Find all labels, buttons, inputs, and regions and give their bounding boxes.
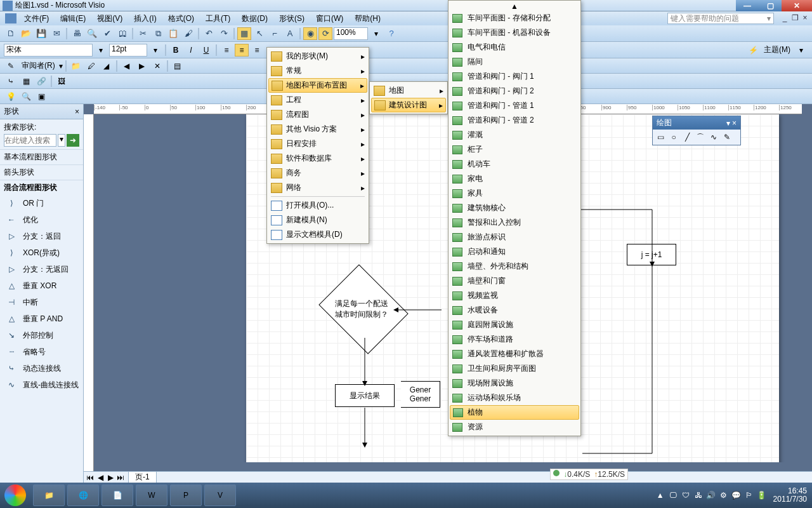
shapes-panel-close[interactable]: ×: [75, 107, 79, 116]
menu-item[interactable]: 地图▸: [371, 83, 446, 98]
doc-minimize-button[interactable]: _: [780, 13, 789, 22]
stencil-menu-item[interactable]: 现场附属设施: [450, 376, 579, 391]
category-basic-flowchart[interactable]: 基本流程图形状: [0, 149, 83, 164]
menu-item[interactable]: 日程安排▸: [268, 137, 367, 151]
category-mixed-flowchart[interactable]: 混合流程图形状: [0, 180, 83, 195]
size-dropdown[interactable]: ▾: [148, 44, 162, 57]
stencil-menu-item[interactable]: 家具: [450, 186, 579, 201]
autoconnect-button[interactable]: ◉: [303, 27, 317, 40]
menu-help[interactable]: 帮助(H): [351, 12, 384, 25]
taskbar-pinned-app[interactable]: 📄: [102, 485, 133, 506]
tray-icon[interactable]: ▲: [655, 490, 665, 500]
pen-button[interactable]: 🖊: [84, 60, 98, 72]
stencil-menu-item[interactable]: 卫生间和厨房平面图: [450, 361, 579, 376]
menu-window[interactable]: 窗口(W): [312, 12, 347, 25]
start-button[interactable]: [0, 483, 30, 508]
document-control-icon[interactable]: [5, 13, 16, 23]
undo-button[interactable]: ↶: [202, 27, 216, 40]
maximize-button[interactable]: ▢: [759, 0, 782, 11]
draw-tool[interactable]: ○: [668, 131, 679, 143]
stencil-menu-item[interactable]: 视频监视: [450, 288, 579, 303]
stencil-menu-item[interactable]: 植物: [450, 405, 579, 420]
zoom-dropdown[interactable]: ▾: [369, 27, 383, 40]
draw-tool[interactable]: ⌒: [695, 131, 706, 143]
drawing-tools-dropdown[interactable]: ▾: [726, 119, 730, 128]
category-arrows[interactable]: 箭头形状: [0, 164, 83, 180]
drawing-tools-close[interactable]: ×: [732, 119, 737, 128]
print-button[interactable]: 🖶: [70, 27, 84, 40]
drawing-tools-panel[interactable]: 绘图▾ × ▭○╱⌒∿✎: [652, 116, 741, 145]
draw-tool[interactable]: ╱: [681, 131, 693, 143]
connector-tool-button[interactable]: ⌐: [268, 27, 282, 40]
shape-item[interactable]: ∿直线-曲线连接线: [0, 377, 83, 393]
menu-item[interactable]: 建筑设计图▸: [371, 98, 446, 112]
menu-item[interactable]: 地图和平面布置图▸: [268, 78, 367, 93]
stencil-menu-item[interactable]: 车间平面图 - 存储和分配: [450, 11, 579, 25]
align-left-button[interactable]: ≡: [219, 44, 233, 57]
menu-item[interactable]: 显示文档模具(D): [268, 227, 367, 242]
stencil-menu-item[interactable]: 建筑物核心: [450, 201, 579, 215]
doc-close-button[interactable]: ×: [801, 13, 809, 22]
shape-item[interactable]: ←优化: [0, 211, 83, 228]
menu-item[interactable]: 常规▸: [268, 64, 367, 78]
taskbar-pinned-app[interactable]: P: [170, 485, 202, 506]
save-button[interactable]: 💾: [34, 27, 48, 40]
tray-icon[interactable]: ⚙: [719, 490, 729, 500]
page-last-button[interactable]: ⏭: [115, 473, 126, 482]
next-comment-button[interactable]: ▶: [135, 60, 149, 72]
search-go-button[interactable]: ➜: [67, 134, 79, 147]
stencil-menu-item[interactable]: 庭园附属设施: [450, 318, 579, 332]
stencil-menu-item[interactable]: 管道和阀门 - 阀门 2: [450, 84, 579, 98]
stencil-menu-item[interactable]: 柜子: [450, 142, 579, 157]
menu-item[interactable]: 商务▸: [268, 166, 367, 180]
mail-button[interactable]: ✉: [49, 27, 63, 40]
redo-button[interactable]: ↷: [217, 27, 231, 40]
font-combo[interactable]: 宋体: [4, 44, 93, 57]
stencil-menu-item[interactable]: 机动车: [450, 157, 579, 171]
image-button[interactable]: 🖼: [55, 75, 69, 88]
align-right-button[interactable]: ≡: [250, 44, 264, 57]
tray-icon[interactable]: 🖵: [668, 490, 678, 500]
shape-item[interactable]: ↘外部控制: [0, 327, 83, 344]
search-shapes-input[interactable]: [4, 134, 56, 147]
shapes-window-button[interactable]: ▦: [237, 27, 251, 40]
menu-format[interactable]: 格式(O): [164, 12, 198, 25]
taskbar-pinned-app[interactable]: V: [204, 485, 236, 506]
stencil-menu-item[interactable]: 隔间: [450, 55, 579, 69]
align-center-button[interactable]: ≡: [235, 44, 249, 57]
taskbar-pinned-app[interactable]: W: [136, 485, 167, 506]
tray-icon[interactable]: 🏳: [744, 490, 754, 500]
draw-tool[interactable]: ▭: [655, 131, 666, 143]
clock[interactable]: 16:45 2011/7/30: [773, 487, 807, 504]
menu-item[interactable]: 其他 Visio 方案▸: [268, 122, 367, 137]
stencil-menu-item[interactable]: 旅游点标识: [450, 230, 579, 244]
copy-button[interactable]: ⧉: [151, 27, 165, 40]
theme-label[interactable]: 主题(M): [761, 44, 793, 55]
autocorrect-button[interactable]: ⚡: [746, 44, 760, 57]
zoom-combo[interactable]: 100%: [334, 27, 368, 40]
search-shapes-button[interactable]: 🔍: [19, 90, 33, 103]
format-painter-button[interactable]: 🖌: [181, 27, 195, 40]
stencil-menu-item[interactable]: 停车场和道路: [450, 332, 579, 347]
highlight-button[interactable]: ◢: [100, 60, 114, 72]
menu-tools[interactable]: 工具(T): [202, 12, 234, 25]
minimize-button[interactable]: —: [736, 0, 759, 11]
menu-item[interactable]: 新建模具(N): [268, 213, 367, 227]
menu-shape[interactable]: 形状(S): [275, 12, 308, 25]
flowchart-process-result[interactable]: 显示结果: [335, 384, 395, 407]
pointer-tool-button[interactable]: ↖: [252, 27, 266, 40]
taskbar-pinned-app[interactable]: 📁: [33, 485, 65, 506]
draw-tool[interactable]: ∿: [708, 131, 719, 143]
stencil-menu-item[interactable]: 管道和阀门 - 阀门 1: [450, 69, 579, 84]
nav-button[interactable]: ▣: [34, 90, 48, 103]
stencil-menu-item[interactable]: 电气和电信: [450, 40, 579, 55]
underline-button[interactable]: U: [199, 44, 213, 57]
text-tool-button[interactable]: A: [283, 27, 297, 40]
taskbar-pinned-app[interactable]: 🌐: [67, 485, 99, 506]
stencil-menu-item[interactable]: 运动场和娱乐场: [450, 391, 579, 405]
track-changes-button[interactable]: ▤: [171, 60, 185, 72]
menu-view[interactable]: 视图(V): [93, 12, 126, 25]
search-dropdown[interactable]: ▾: [58, 134, 65, 147]
previous-comment-button[interactable]: ◀: [120, 60, 134, 72]
menu-file[interactable]: 文件(F): [20, 12, 53, 25]
